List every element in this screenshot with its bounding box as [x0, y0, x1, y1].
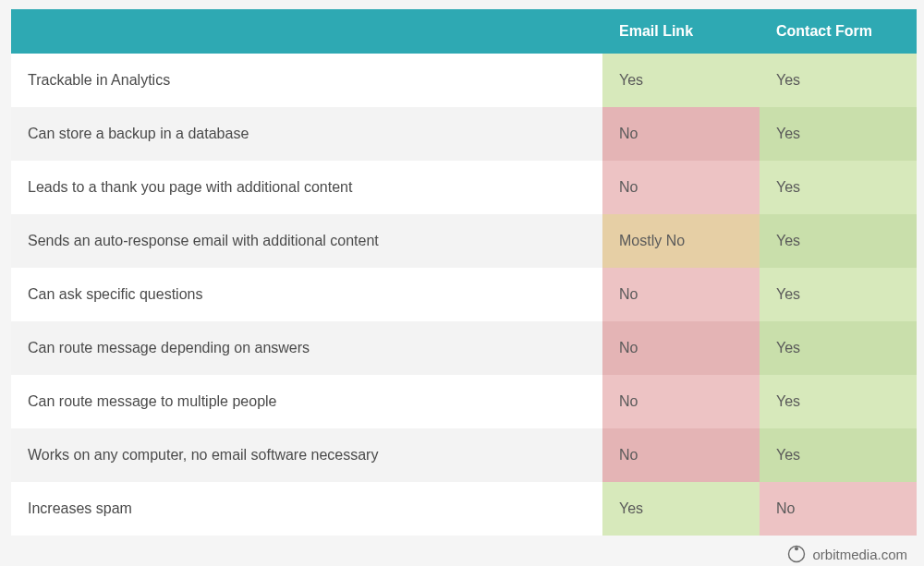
- email-link-cell: Yes: [602, 482, 760, 536]
- table-row: Increases spamYesNo: [11, 482, 917, 536]
- feature-cell: Increases spam: [11, 482, 602, 536]
- email-link-cell: No: [602, 107, 760, 161]
- email-link-cell: No: [602, 321, 760, 375]
- header-contact-form: Contact Form: [760, 9, 917, 54]
- feature-cell: Can route message to multiple people: [11, 375, 602, 428]
- footer-text: orbitmedia.com: [812, 547, 907, 562]
- svg-point-1: [795, 547, 798, 550]
- header-email-link: Email Link: [602, 9, 760, 54]
- comparison-table: Email Link Contact Form Trackable in Ana…: [11, 9, 917, 536]
- contact-form-cell: Yes: [760, 268, 917, 321]
- contact-form-cell: Yes: [760, 321, 917, 375]
- contact-form-cell: Yes: [760, 107, 917, 161]
- table-row: Can ask specific questionsNoYes: [11, 268, 917, 321]
- contact-form-cell: No: [760, 482, 917, 536]
- contact-form-cell: Yes: [760, 54, 917, 107]
- email-link-cell: Yes: [602, 54, 760, 107]
- table-row: Can store a backup in a databaseNoYes: [11, 107, 917, 161]
- feature-cell: Can route message depending on answers: [11, 321, 602, 375]
- contact-form-cell: Yes: [760, 161, 917, 214]
- email-link-cell: No: [602, 375, 760, 428]
- feature-cell: Leads to a thank you page with additiona…: [11, 161, 602, 214]
- email-link-cell: Mostly No: [602, 214, 760, 268]
- feature-cell: Can ask specific questions: [11, 268, 602, 321]
- table-body: Trackable in AnalyticsYesYesCan store a …: [11, 54, 917, 536]
- contact-form-cell: Yes: [760, 428, 917, 482]
- table-row: Works on any computer, no email software…: [11, 428, 917, 482]
- table-row: Sends an auto-response email with additi…: [11, 214, 917, 268]
- feature-cell: Can store a backup in a database: [11, 107, 602, 161]
- feature-cell: Works on any computer, no email software…: [11, 428, 602, 482]
- table-row: Can route message depending on answersNo…: [11, 321, 917, 375]
- feature-cell: Trackable in Analytics: [11, 54, 602, 107]
- orbit-icon: [787, 545, 806, 563]
- table-header-row: Email Link Contact Form: [11, 9, 917, 54]
- comparison-table-container: Email Link Contact Form Trackable in Ana…: [11, 9, 913, 563]
- table-row: Trackable in AnalyticsYesYes: [11, 54, 917, 107]
- email-link-cell: No: [602, 161, 760, 214]
- feature-cell: Sends an auto-response email with additi…: [11, 214, 602, 268]
- footer-attribution: orbitmedia.com: [11, 536, 913, 563]
- contact-form-cell: Yes: [760, 214, 917, 268]
- table-row: Can route message to multiple peopleNoYe…: [11, 375, 917, 428]
- table-row: Leads to a thank you page with additiona…: [11, 161, 917, 214]
- contact-form-cell: Yes: [760, 375, 917, 428]
- email-link-cell: No: [602, 268, 760, 321]
- email-link-cell: No: [602, 428, 760, 482]
- header-feature: [11, 9, 602, 54]
